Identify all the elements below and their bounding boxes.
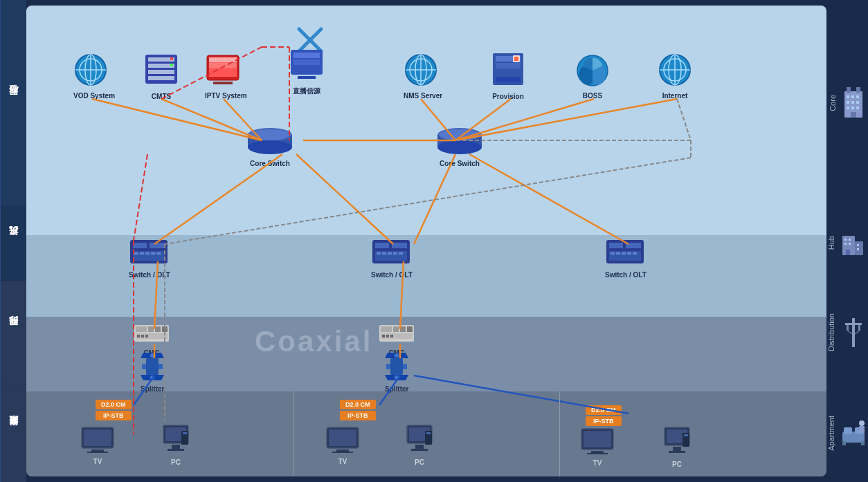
pc-2-label: PC	[406, 458, 433, 466]
pc-1-node: PC	[162, 424, 190, 466]
splitter-1-label: Splitter	[141, 385, 164, 393]
svg-rect-151	[381, 326, 392, 332]
tv-1-icon	[80, 426, 115, 454]
svg-rect-72	[148, 70, 174, 74]
switch-olt-3-node: Switch / OLT	[605, 237, 647, 279]
zone-core	[26, 6, 826, 235]
left-label-home: 家庭网络	[0, 384, 26, 482]
live-label: 直播信源	[288, 86, 325, 96]
svg-rect-87	[293, 66, 320, 72]
svg-rect-142	[136, 326, 147, 332]
svg-rect-153	[400, 326, 406, 332]
svg-rect-200	[669, 451, 685, 453]
switch-olt-1-node: Switch / OLT	[129, 237, 170, 279]
svg-rect-156	[382, 335, 385, 337]
svg-rect-81	[213, 82, 233, 84]
main-diagram: 核心网 汇机房 分配网 家庭网络	[0, 0, 868, 482]
splitter-1-node: Splitter	[141, 353, 164, 393]
svg-point-108	[248, 140, 292, 154]
vod-label: VOD System	[73, 92, 115, 100]
splitter-2-node: Splitter	[385, 353, 408, 393]
zones-container: Coaxial	[26, 6, 826, 476]
svg-rect-115	[133, 243, 147, 248]
d20-cm-3-badge: D2.0 CM	[586, 405, 622, 415]
svg-rect-2	[856, 87, 860, 93]
svg-rect-148	[141, 335, 144, 337]
pc-2-node: PC	[406, 424, 433, 466]
svg-rect-118	[134, 252, 138, 254]
provision-node: Provision	[490, 50, 526, 100]
d20-cm-1-node: D2.0 CM IP-STB	[96, 400, 132, 420]
tv-1-node: TV	[80, 426, 115, 465]
boss-icon	[575, 53, 611, 87]
left-labels: 核心网 汇机房 分配网 家庭网络	[0, 0, 26, 482]
svg-rect-96	[496, 63, 521, 68]
svg-rect-74	[170, 57, 173, 60]
right-label-hub: Hub	[826, 205, 868, 281]
svg-rect-147	[137, 335, 140, 337]
svg-rect-180	[168, 449, 184, 451]
svg-rect-179	[172, 445, 180, 449]
vod-node: VOD System	[73, 53, 115, 100]
building-icon	[841, 86, 866, 120]
cmc-2-node: CMC	[378, 322, 415, 357]
cmc-1-node: CMC	[133, 322, 170, 357]
nms-node: NMS Server	[404, 53, 442, 100]
right-labels: Core Hub	[826, 0, 868, 482]
svg-rect-121	[151, 252, 155, 254]
iptv-icon	[205, 53, 241, 87]
svg-rect-86	[293, 59, 320, 65]
svg-rect-143	[148, 326, 154, 332]
svg-rect-134	[626, 243, 641, 248]
svg-rect-7	[851, 101, 854, 104]
svg-rect-125	[392, 243, 407, 248]
svg-rect-75	[170, 64, 173, 66]
core-switch-1-label: Core Switch	[245, 160, 295, 167]
ip-stb-1-badge: IP-STB	[96, 411, 132, 420]
tv-2-icon	[325, 426, 360, 454]
svg-rect-155	[381, 333, 413, 339]
switch-olt-3-icon	[605, 237, 645, 266]
svg-rect-139	[627, 252, 631, 254]
svg-point-164	[150, 353, 154, 358]
svg-rect-6	[847, 101, 849, 104]
svg-rect-166	[390, 358, 403, 375]
svg-line-26	[847, 330, 852, 334]
nms-icon	[404, 53, 438, 87]
svg-rect-85	[293, 53, 320, 58]
svg-point-33	[859, 420, 865, 426]
svg-rect-144	[155, 326, 161, 332]
switch-olt-1-icon	[129, 237, 169, 266]
svg-rect-5	[856, 95, 859, 98]
svg-rect-127	[377, 252, 381, 254]
svg-rect-78	[209, 57, 237, 62]
switch-olt-2-label: Switch / OLT	[371, 271, 413, 279]
left-label-dist: 分配网	[0, 281, 26, 384]
svg-rect-98	[496, 77, 521, 82]
right-label-home: Apartment	[826, 384, 868, 482]
svg-rect-9	[847, 106, 849, 109]
tv-2-label: TV	[325, 458, 360, 465]
nms-label: NMS Server	[404, 92, 442, 100]
svg-rect-145	[162, 326, 168, 332]
svg-rect-189	[415, 445, 424, 449]
pc-3-node: PC	[663, 426, 691, 468]
svg-rect-186	[332, 452, 353, 453]
svg-rect-137	[616, 252, 620, 254]
pc-2-icon	[406, 424, 433, 454]
svg-rect-11	[856, 106, 859, 109]
d20-cm-3-node: D2.0 CM IP-STB	[586, 405, 622, 426]
svg-rect-157	[386, 335, 389, 337]
svg-rect-79	[209, 63, 237, 68]
splitter-1-icon	[141, 353, 164, 380]
svg-rect-12	[851, 112, 856, 118]
svg-rect-131	[399, 252, 403, 254]
pc-3-label: PC	[663, 461, 691, 468]
svg-rect-195	[591, 451, 604, 453]
svg-rect-10	[851, 106, 854, 109]
svg-rect-184	[329, 429, 356, 446]
svg-rect-174	[84, 429, 111, 446]
switch-olt-3-label: Switch / OLT	[605, 271, 647, 279]
svg-point-165	[150, 376, 154, 380]
svg-rect-163	[159, 364, 163, 369]
